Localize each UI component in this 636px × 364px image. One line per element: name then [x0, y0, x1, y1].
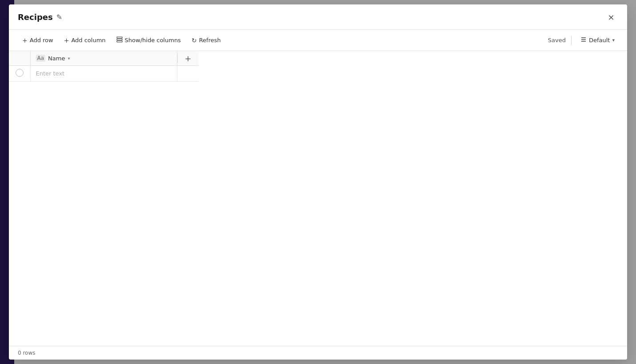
toolbar-right: Saved Default ▾ — [548, 35, 618, 46]
modal-title: Recipes — [18, 12, 53, 22]
svg-rect-2 — [117, 41, 122, 42]
default-view-label: Default — [589, 37, 610, 44]
view-selector-button[interactable]: Default ▾ — [577, 35, 618, 46]
name-col-label: Name — [48, 55, 65, 62]
row-checkbox-cell — [9, 66, 30, 82]
add-column-button[interactable]: + Add column — [60, 35, 110, 46]
modal-dialog: Recipes ✎ × + Add row + Add column — [9, 4, 627, 360]
toolbar-divider — [571, 36, 572, 45]
name-input[interactable] — [31, 66, 177, 81]
list-view-icon — [580, 36, 587, 44]
add-row-icon: + — [22, 37, 28, 44]
edit-icon[interactable]: ✎ — [56, 13, 62, 21]
view-chevron-icon: ▾ — [612, 37, 615, 43]
refresh-label: Refresh — [199, 37, 221, 44]
extra-cell — [177, 66, 199, 82]
svg-rect-0 — [117, 37, 122, 38]
modal-header: Recipes ✎ × — [9, 4, 627, 30]
toolbar-left: + Add row + Add column Show/hid — [18, 34, 225, 46]
name-column-header[interactable]: Aa Name ▾ — [30, 51, 177, 66]
refresh-button[interactable]: ↻ Refresh — [187, 35, 225, 46]
toolbar: + Add row + Add column Show/hid — [9, 30, 627, 51]
add-row-button[interactable]: + Add row — [18, 35, 58, 46]
refresh-icon: ↻ — [192, 37, 197, 44]
name-col-chevron: ▾ — [68, 56, 70, 61]
checkbox-header — [9, 51, 30, 66]
add-row-label: Add row — [30, 37, 53, 44]
name-cell[interactable] — [30, 66, 177, 82]
add-column-header-button[interactable]: + — [177, 54, 199, 63]
show-hide-icon — [116, 36, 123, 44]
table-row — [9, 66, 199, 82]
add-column-label: Add column — [71, 37, 105, 44]
close-button[interactable]: × — [604, 10, 618, 24]
svg-rect-1 — [117, 39, 122, 40]
row-count: 0 rows — [18, 350, 36, 356]
row-checkbox[interactable] — [16, 69, 24, 77]
table-area: Aa Name ▾ + — [9, 51, 627, 346]
saved-status: Saved — [548, 37, 566, 44]
show-hide-label: Show/hide columns — [125, 37, 181, 44]
modal-title-area: Recipes ✎ — [18, 12, 62, 22]
table-header-row: Aa Name ▾ + — [9, 51, 199, 66]
add-column-icon: + — [64, 37, 69, 44]
show-hide-columns-button[interactable]: Show/hide columns — [112, 34, 185, 46]
modal-overlay: Recipes ✎ × + Add row + Add column — [0, 0, 636, 364]
data-table: Aa Name ▾ + — [9, 51, 199, 82]
add-column-header: + — [177, 51, 199, 66]
name-col-icon: Aa — [36, 55, 46, 62]
footer: 0 rows — [9, 346, 627, 360]
